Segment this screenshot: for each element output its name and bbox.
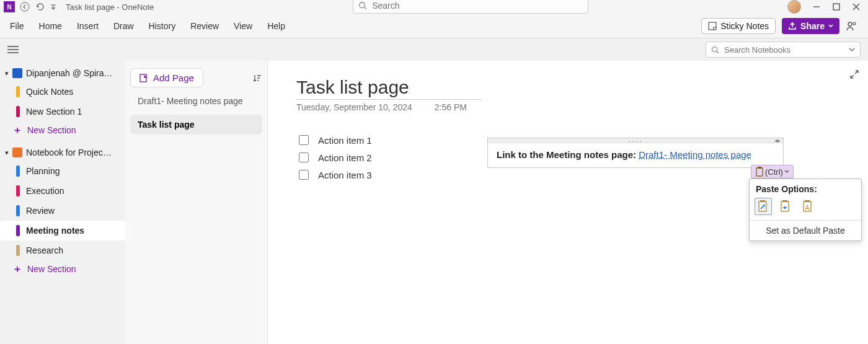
- paste-keep-source-formatting[interactable]: [755, 198, 772, 215]
- svg-point-13: [712, 46, 717, 51]
- menu-review[interactable]: Review: [190, 21, 219, 31]
- menu-help[interactable]: Help: [267, 21, 285, 31]
- user-avatar[interactable]: [787, 0, 801, 14]
- maximize-button[interactable]: [832, 2, 841, 11]
- section-label: Quick Notes: [26, 87, 73, 97]
- share-icon: [788, 22, 797, 30]
- section-color-bar: [16, 185, 20, 196]
- menu-file[interactable]: File: [10, 21, 24, 31]
- svg-rect-23: [805, 200, 810, 202]
- window-title: Task list page - OneNote: [66, 2, 154, 12]
- task-label: Action item 2: [318, 152, 372, 163]
- section-label: Execution: [26, 186, 64, 196]
- svg-point-0: [20, 2, 29, 11]
- section-item[interactable]: Research: [0, 240, 125, 260]
- section-label: Research: [26, 245, 63, 255]
- share-label: Share: [800, 21, 825, 31]
- menu-insert[interactable]: Insert: [77, 21, 99, 31]
- section-item[interactable]: Review: [0, 201, 125, 221]
- menu-home[interactable]: Home: [39, 21, 62, 31]
- section-item-selected[interactable]: Meeting notes: [0, 221, 125, 240]
- section-item[interactable]: Execution: [0, 181, 125, 201]
- svg-rect-15: [140, 74, 146, 82]
- set-default-paste[interactable]: Set as Default Paste: [750, 220, 861, 240]
- notebook-header[interactable]: ▾ Dipanjenah @ Spiral...: [0, 64, 125, 82]
- paste-ctrl-button[interactable]: (Ctrl): [751, 165, 794, 179]
- page-time: 2:56 PM: [435, 102, 467, 112]
- add-page-label: Add Page: [153, 73, 194, 83]
- add-page-icon: [140, 74, 148, 82]
- task-checkbox[interactable]: [299, 170, 309, 180]
- notebook-header[interactable]: ▾ Notebook for Project A: [0, 144, 125, 161]
- paste-text-only[interactable]: A: [799, 198, 817, 215]
- undo-icon[interactable]: [35, 2, 45, 12]
- svg-line-14: [717, 51, 719, 53]
- global-search-input[interactable]: [371, 0, 583, 11]
- chevron-down-icon: ▾: [5, 69, 9, 77]
- secondary-bar: [0, 38, 868, 61]
- notebook-name: Dipanjenah @ Spiral...: [26, 68, 113, 78]
- page-item-selected[interactable]: Task list page: [130, 115, 262, 135]
- menu-history[interactable]: History: [149, 21, 176, 31]
- chevron-down-icon[interactable]: [849, 46, 855, 53]
- title-bar: N Task list page - OneNote: [0, 0, 868, 14]
- svg-line-2: [365, 7, 367, 10]
- floating-note-content[interactable]: Link to the Meeting notes page: Draft1- …: [488, 143, 783, 167]
- paste-options-header: Paste Options:: [750, 179, 861, 198]
- section-item[interactable]: Planning: [0, 161, 125, 181]
- task-label: Action item 3: [318, 170, 372, 180]
- add-page-button[interactable]: Add Page: [130, 68, 203, 87]
- menu-bar: File Home Insert Draw History Review Vie…: [0, 14, 868, 38]
- new-section-label: New Section: [27, 125, 76, 135]
- section-label: Planning: [26, 166, 60, 176]
- back-icon[interactable]: [20, 2, 30, 12]
- sticky-notes-button[interactable]: Sticky Notes: [701, 18, 776, 34]
- floating-note-container[interactable]: ◂▸ Link to the Meeting notes page: Draft…: [487, 138, 784, 168]
- new-section-button[interactable]: ＋ New Section: [0, 121, 125, 139]
- page-title[interactable]: Task list page: [296, 77, 482, 100]
- drag-handle[interactable]: ◂▸: [488, 138, 783, 143]
- section-item[interactable]: Quick Notes: [0, 82, 125, 102]
- paste-merge-formatting[interactable]: [777, 198, 794, 215]
- expand-icon[interactable]: [849, 69, 859, 79]
- search-icon: [358, 1, 367, 10]
- notebook-search[interactable]: [706, 42, 861, 58]
- task-checkbox[interactable]: [299, 152, 309, 162]
- chevron-down-icon: [828, 24, 833, 29]
- svg-point-8: [848, 22, 852, 26]
- plus-icon: ＋: [12, 126, 22, 135]
- share-button[interactable]: Share: [782, 18, 839, 34]
- page-item[interactable]: Draft1- Meeting notes page: [130, 91, 262, 111]
- section-color-bar: [16, 106, 20, 117]
- resize-arrows-icon[interactable]: ◂▸: [774, 137, 781, 144]
- new-section-label: New Section: [27, 264, 76, 274]
- onenote-app-icon: N: [4, 1, 15, 12]
- svg-point-1: [360, 2, 365, 8]
- menu-draw[interactable]: Draw: [113, 21, 134, 31]
- minimize-button[interactable]: [812, 2, 821, 11]
- paste-options-popup: Paste Options: A Set as Default Paste: [749, 179, 862, 241]
- floating-note-prefix: Link to the Meeting notes page:: [497, 149, 639, 160]
- svg-rect-17: [758, 167, 761, 169]
- notebook-icon: [12, 148, 22, 157]
- notebook-search-input[interactable]: [723, 45, 845, 55]
- section-label: New Section 1: [26, 107, 82, 117]
- chevron-down-icon: [784, 169, 789, 174]
- section-color-bar: [16, 205, 20, 216]
- task-checkbox[interactable]: [299, 135, 309, 145]
- section-item[interactable]: New Section 1: [0, 102, 125, 121]
- new-section-button[interactable]: ＋ New Section: [0, 260, 125, 278]
- customize-qat-icon[interactable]: [50, 3, 57, 11]
- sort-icon[interactable]: [252, 73, 262, 83]
- sticky-note-icon: [708, 22, 717, 30]
- meeting-notes-link[interactable]: Draft1- Meeting notes page: [639, 149, 751, 160]
- close-button[interactable]: [852, 2, 861, 11]
- page-date: Tuesday, September 10, 2024: [296, 102, 412, 112]
- global-search[interactable]: [353, 0, 588, 14]
- svg-rect-19: [760, 200, 765, 202]
- svg-rect-16: [756, 168, 763, 176]
- nav-toggle-icon[interactable]: [7, 45, 19, 54]
- menu-view[interactable]: View: [234, 21, 252, 31]
- people-icon[interactable]: [846, 20, 858, 32]
- svg-text:A: A: [805, 205, 810, 211]
